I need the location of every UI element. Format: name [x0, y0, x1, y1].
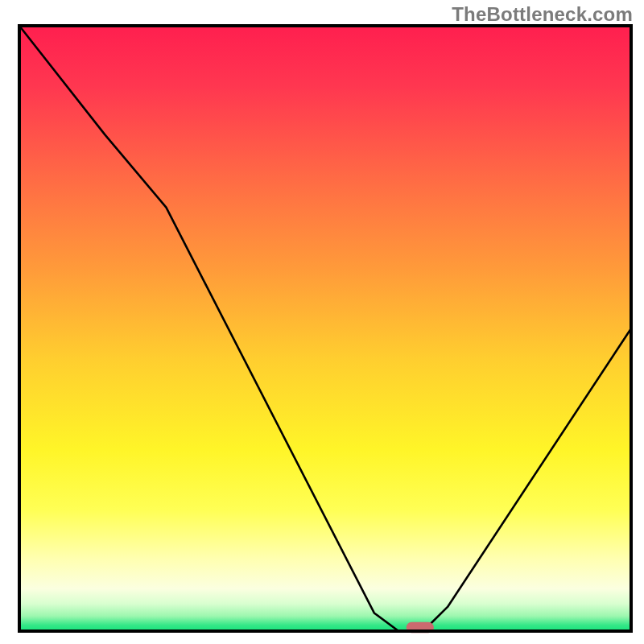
watermark-text: TheBottleneck.com	[452, 3, 633, 26]
chart-svg	[0, 0, 644, 644]
gradient-background	[19, 26, 631, 631]
chart-stage: TheBottleneck.com	[0, 0, 644, 644]
